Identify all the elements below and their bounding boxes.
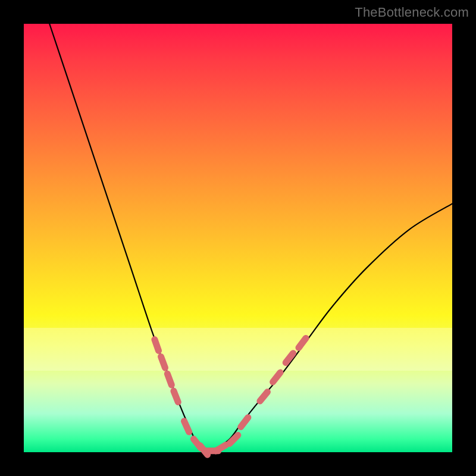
curve-marker [273,372,280,382]
curve-marker [299,338,306,347]
plot-area [24,24,452,452]
bottleneck-curve-line [49,24,452,452]
curve-marker [155,340,159,351]
curve-marker [241,418,248,427]
watermark-text: TheBottleneck.com [355,5,469,20]
curve-marker [216,445,226,451]
curve-marker [230,435,238,443]
curve-marker [184,421,189,432]
curve-marker [167,374,171,385]
curve-markers [155,338,306,455]
curve-marker [161,356,165,368]
bottleneck-curve-svg [24,24,452,452]
curve-marker [174,391,178,402]
chart-frame: TheBottleneck.com [0,0,476,476]
curve-marker [260,392,268,401]
